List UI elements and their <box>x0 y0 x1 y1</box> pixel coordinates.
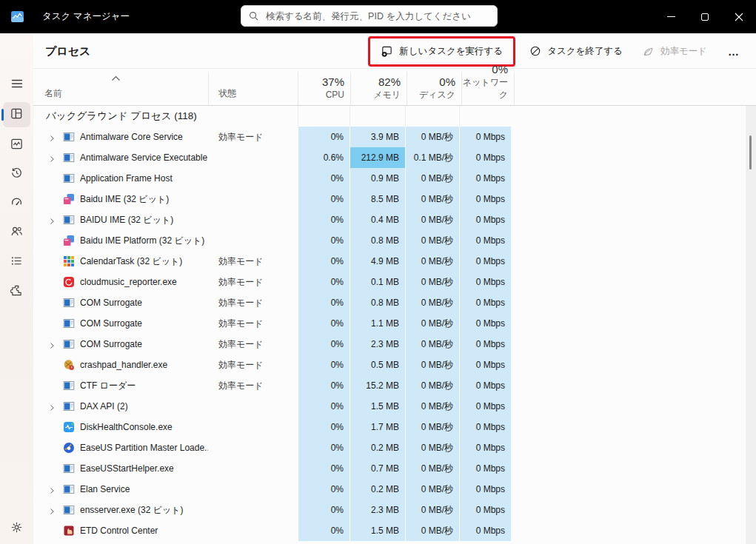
process-row[interactable]: Antimalware Core Service 効率モード 0% 3.9 MB… <box>33 127 756 147</box>
process-status <box>208 520 298 541</box>
expand-chevron-icon[interactable] <box>47 340 56 349</box>
memory-cell: 0.7 MB <box>350 458 405 479</box>
process-status <box>208 396 298 417</box>
network-cell: 0 Mbps <box>460 375 511 396</box>
maximize-icon <box>701 13 709 21</box>
scrollbar-thumb[interactable] <box>749 135 752 169</box>
vertical-scrollbar[interactable] <box>746 106 756 544</box>
cpu-cell: 0% <box>298 334 349 355</box>
process-status: 効率モード <box>208 251 298 272</box>
process-row[interactable]: COM Surrogate 効率モード 0% 1.1 MB 0 MB/秒 0 M… <box>33 313 756 334</box>
process-name-cell: DiskHealthConsole.exe <box>33 417 208 437</box>
memory-cell: 0.1 MB <box>350 272 405 292</box>
process-row[interactable]: DAX API (2) 0% 1.5 MB 0 MB/秒 0 Mbps <box>33 396 756 417</box>
process-row[interactable]: BAIDU IME (32 ビット) 0% 0.4 MB 0 MB/秒 0 Mb… <box>33 209 756 230</box>
network-cell: 0 Mbps <box>460 189 511 209</box>
process-row[interactable]: EaseUSStartHelper.exe 0% 0.7 MB 0 MB/秒 0… <box>33 458 756 479</box>
process-name-cell: Baidu IME (32 ビット) <box>33 189 208 209</box>
process-status <box>208 230 298 251</box>
sidebar <box>0 33 33 544</box>
sidebar-item-processes[interactable] <box>3 102 30 127</box>
process-name-cell: COM Surrogate <box>33 313 208 334</box>
process-status: 効率モード <box>208 375 298 396</box>
column-status[interactable]: 状態 <box>218 87 236 100</box>
process-name-cell: DAX API (2) <box>33 396 208 417</box>
network-cell: 0 Mbps <box>460 168 511 189</box>
efficiency-mode-button[interactable]: 効率モード <box>635 41 715 62</box>
search-input[interactable] <box>266 11 489 21</box>
process-row[interactable]: ETD Control Center 0% 1.5 MB 0 MB/秒 0 Mb… <box>33 520 756 541</box>
etd-hand-icon <box>63 525 75 537</box>
sidebar-item-services[interactable] <box>3 279 30 304</box>
sidebar-item-details[interactable] <box>3 249 30 275</box>
sidebar-item-menu[interactable] <box>3 73 30 98</box>
process-status <box>208 209 298 230</box>
network-cell: 0 Mbps <box>460 147 511 168</box>
sidebar-item-settings[interactable] <box>3 516 30 541</box>
baidu-icon <box>63 235 75 246</box>
sidebar-item-performance[interactable] <box>3 132 30 158</box>
toolbar: 新しいタスクを実行する タスクを終了する 効率モード … <box>373 33 749 69</box>
process-row[interactable]: EaseUS Partition Master Loade... 0% 0.2 … <box>33 437 756 458</box>
process-row[interactable]: ensserver.exe (32 ビット) 0% 2.3 MB 0 MB/秒 … <box>33 500 756 520</box>
cpu-cell: 0% <box>298 272 349 292</box>
process-name-cell: Baidu IME Platform (32 ビット) <box>33 230 208 251</box>
column-disk[interactable]: 0% ディスク <box>407 75 461 101</box>
maximize-button[interactable] <box>688 0 722 33</box>
expand-chevron-icon[interactable] <box>47 402 56 411</box>
disk-cell: 0 MB/秒 <box>406 168 459 189</box>
process-name: Antimalware Service Executable <box>80 152 207 163</box>
cpu-cell: 0% <box>298 458 349 479</box>
disk-cell: 0 MB/秒 <box>406 127 459 147</box>
disk-cell: 0 MB/秒 <box>406 272 459 292</box>
column-network[interactable]: 0% ネットワーク <box>461 62 514 101</box>
network-cell: 0 Mbps <box>460 437 511 458</box>
disk-cell: 0 MB/秒 <box>406 396 459 417</box>
process-row[interactable]: Application Frame Host 0% 0.9 MB 0 MB/秒 … <box>33 168 756 189</box>
more-options-button[interactable]: … <box>719 41 749 62</box>
expand-chevron-icon[interactable] <box>47 506 56 514</box>
column-cpu[interactable]: 37% CPU <box>298 75 350 101</box>
process-row[interactable]: Baidu IME (32 ビット) 0% 8.5 MB 0 MB/秒 0 Mb… <box>33 189 756 209</box>
services-icon <box>10 284 23 300</box>
process-row[interactable]: Elan Service 0% 0.2 MB 0 MB/秒 0 Mbps <box>33 479 756 500</box>
run-new-task-button[interactable]: 新しいタスクを実行する <box>373 41 510 62</box>
network-cell: 0 Mbps <box>460 500 511 520</box>
process-name-cell: CalendarTask (32 ビット) <box>33 251 208 272</box>
minimize-button[interactable] <box>654 0 688 33</box>
process-name-cell: EaseUS Partition Master Loade... <box>33 437 208 458</box>
network-cell: 0 Mbps <box>460 520 511 541</box>
process-row[interactable]: crashpad_handler.exe 効率モード 0% 0.5 MB 0 M… <box>33 355 756 375</box>
process-row[interactable]: cloudmusic_reporter.exe 効率モード 0% 0.1 MB … <box>33 272 756 292</box>
column-name[interactable]: 名前 <box>44 87 62 100</box>
process-row[interactable]: CalendarTask (32 ビット) 効率モード 0% 4.9 MB 0 … <box>33 251 756 272</box>
expand-chevron-icon[interactable] <box>47 215 56 224</box>
close-button[interactable] <box>722 0 756 33</box>
process-status <box>208 479 298 500</box>
process-row[interactable]: Antimalware Service Executable 0.6% 212.… <box>33 147 756 168</box>
process-row[interactable]: Baidu IME Platform (32 ビット) 0% 0.8 MB 0 … <box>33 230 756 251</box>
search-box[interactable] <box>241 5 498 27</box>
process-name: ETD Control Center <box>80 525 158 536</box>
process-row[interactable]: DiskHealthConsole.exe 0% 1.7 MB 0 MB/秒 0… <box>33 417 756 437</box>
process-row[interactable]: COM Surrogate 効率モード 0% 2.3 MB 0 MB/秒 0 M… <box>33 334 756 355</box>
sidebar-item-startup-apps[interactable] <box>3 190 30 215</box>
cpu-cell: 0% <box>298 230 349 251</box>
expand-chevron-icon[interactable] <box>47 153 56 162</box>
search-icon <box>249 11 258 21</box>
cpu-cell: 0% <box>298 520 349 541</box>
group-header-row[interactable]: バックグラウンド プロセス (118) <box>33 106 756 127</box>
window-icon <box>63 380 75 392</box>
process-name-cell: CTF ローダー <box>33 375 208 396</box>
end-task-button[interactable]: タスクを終了する <box>522 41 630 62</box>
column-divider <box>208 72 209 105</box>
expand-chevron-icon[interactable] <box>47 485 56 494</box>
disk-cell: 0 MB/秒 <box>406 189 459 209</box>
process-row[interactable]: CTF ローダー 効率モード 0% 15.2 MB 0 MB/秒 0 Mbps <box>33 375 756 396</box>
memory-total: 82% <box>350 75 401 89</box>
expand-chevron-icon[interactable] <box>47 132 56 141</box>
sidebar-item-app-history[interactable] <box>3 161 30 187</box>
column-memory[interactable]: 82% メモリ <box>350 75 407 101</box>
process-row[interactable]: COM Surrogate 効率モード 0% 0.8 MB 0 MB/秒 0 M… <box>33 292 756 313</box>
sidebar-item-users[interactable] <box>3 220 30 245</box>
